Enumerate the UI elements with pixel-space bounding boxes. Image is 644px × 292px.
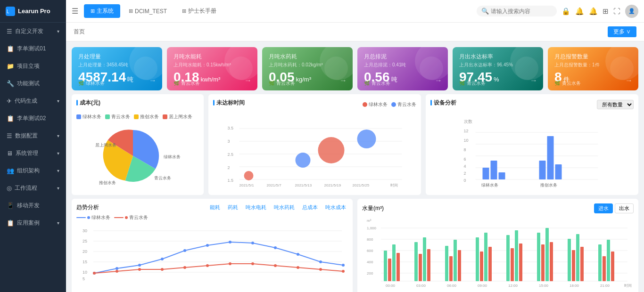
sidebar-item-custom-dev[interactable]: ☰自定义开发 ▾	[0, 23, 66, 40]
device-select[interactable]: 所有数量	[597, 100, 634, 109]
card-alarm-arrow-icon: →	[625, 76, 633, 85]
svg-text:12:00: 12:00	[508, 284, 518, 288]
lock-icon[interactable]: 🔒	[561, 7, 570, 16]
tab-nurse-icon: ⊞	[182, 8, 186, 14]
sidebar-item-func-test[interactable]: 🔧功能测试	[0, 75, 66, 92]
sidebar-item-mobile[interactable]: 📱移动开发	[0, 197, 66, 214]
filter-ton-energy[interactable]: 吨水电耗	[244, 203, 268, 211]
charts-row-1: 成本(元) 绿林水务 青云水务 推创水务 居上闸水务	[66, 94, 644, 199]
svg-rect-44	[555, 164, 562, 179]
svg-text:25: 25	[83, 239, 87, 243]
tab-nurse[interactable]: ⊞ 护士长手册	[175, 4, 223, 18]
sidebar-item-org[interactable]: 👥组织架构 ▾	[0, 162, 66, 179]
cost-panel-title: 成本(元)	[76, 99, 100, 107]
svg-point-61	[161, 258, 164, 260]
svg-point-25	[357, 130, 376, 148]
card-chemical-title: 月吨水药耗	[269, 53, 346, 61]
bell-icon[interactable]: 🔔	[575, 7, 584, 16]
trend-legend-qing: 青云水务	[114, 214, 148, 221]
card-rate-title: 月出水达标率	[459, 53, 537, 61]
tab-main-system[interactable]: ⊞ 主系统	[84, 4, 120, 18]
time-legend: 绿林水务 青云水务	[363, 101, 416, 108]
water-out-button[interactable]: 出水	[615, 203, 634, 213]
search-input[interactable]	[491, 8, 552, 15]
svg-rect-125	[611, 251, 614, 281]
card-processing-unit: 吨	[127, 76, 133, 83]
svg-point-69	[342, 264, 345, 267]
tab-main-icon: ⊞	[91, 8, 95, 14]
svg-rect-115	[541, 244, 545, 281]
tab-dcim[interactable]: ⊞ DCIM_TEST	[122, 5, 173, 17]
card-sludge-subtitle: 上月总排泥：0.41吨	[364, 62, 441, 68]
card-energy-footer: 🌿青云水务	[173, 80, 200, 87]
trend-legend: 绿林水务 青云水务	[76, 214, 348, 221]
trend-panel-header: 趋势分析 能耗 药耗 吨水电耗 吨水药耗 总成本 吨水成本	[76, 203, 348, 211]
sidebar-item-sys-manage[interactable]: 🖥系统管理 ▾	[0, 145, 66, 162]
water-in-button[interactable]: 进水	[594, 203, 613, 213]
sidebar-item-project[interactable]: 📁项目立项	[0, 57, 66, 75]
svg-point-68	[319, 260, 322, 263]
water-panel-title: 水量(m³)	[362, 204, 384, 212]
card-alarm-footer: 🌿黄云水务	[554, 80, 581, 87]
avatar[interactable]: 👤	[625, 5, 638, 18]
time-chart-svg: 1.5 2 2.5 3 3.5 2021/5/1 2021/5/7 2021/5…	[213, 114, 416, 189]
svg-text:5: 5	[83, 276, 85, 281]
svg-point-65	[251, 242, 254, 244]
filter-energy[interactable]: 能耗	[208, 203, 222, 211]
filter-total-cost[interactable]: 总成本	[300, 203, 320, 211]
filter-ton-cost[interactable]: 吨水成本	[323, 203, 348, 211]
card-energy-arrow-icon: →	[244, 76, 252, 85]
filter-chemical[interactable]: 药耗	[226, 203, 240, 211]
bell2-icon[interactable]: 🔔	[589, 7, 598, 16]
hamburger-icon[interactable]: ☰	[72, 7, 78, 16]
svg-point-80	[319, 268, 322, 271]
breadcrumb-text: 首页	[74, 28, 85, 36]
svg-text:15: 15	[83, 260, 87, 264]
svg-text:6: 6	[464, 157, 466, 162]
more-button[interactable]: 更多 ∨	[608, 26, 636, 37]
svg-point-64	[229, 241, 231, 243]
cost-legend: 绿林水务 青云水务 推创水务 居上闸水务	[76, 114, 199, 120]
sidebar-item-data-config[interactable]: ☰数据配置 ▾	[0, 127, 66, 145]
sidebar-item-app-cases[interactable]: 📋应用案例 ▾	[0, 214, 66, 232]
filter-ton-chemical[interactable]: 吨水药耗	[272, 203, 297, 211]
nav-icons: 🔒 🔔 🔔 ⊞ ⛶	[561, 7, 620, 16]
svg-point-73	[161, 268, 164, 271]
svg-rect-109	[488, 247, 492, 281]
svg-rect-41	[499, 172, 505, 179]
card-arrow-icon: →	[149, 76, 157, 85]
sidebar-item-test01[interactable]: 📋李单测试01	[0, 40, 66, 57]
svg-text:400: 400	[367, 260, 373, 264]
svg-rect-119	[572, 250, 575, 281]
tool-icon: 🔧	[7, 80, 14, 87]
svg-point-60	[138, 264, 141, 267]
water-chart-svg: m³ 1,000 800 600 400 200	[362, 216, 634, 289]
svg-point-81	[342, 270, 345, 273]
svg-rect-104	[454, 240, 457, 281]
sidebar-item-test02[interactable]: 📋李单测试02	[0, 110, 66, 127]
sidebar-item-codegen[interactable]: ✈代码生成 ▾	[0, 92, 66, 110]
card-processing-subtitle: 上月处理量：3458.45吨	[78, 62, 156, 68]
trend-chart-panel: 趋势分析 能耗 药耗 吨水电耗 吨水药耗 总成本 吨水成本	[72, 199, 353, 292]
stat-card-energy: 月吨水能耗 上月吨水能耗：0.15kwh/m³ 0.18kwh/m³ 🌿青云水务…	[167, 47, 257, 90]
card-rate-footer: 🌿青云水务	[459, 80, 486, 87]
svg-text:20: 20	[83, 249, 87, 254]
sidebar-item-workflow[interactable]: ◎工作流程 ▾	[0, 179, 66, 197]
expand-icon[interactable]: ⛶	[613, 7, 620, 15]
search-box[interactable]: 🔍	[477, 6, 557, 16]
plane-icon: ✈	[7, 97, 12, 105]
svg-point-62	[183, 249, 186, 252]
time-panel-header: 未达标时间 绿林水务 青云水务	[213, 99, 416, 111]
card-chemical-arrow-icon: →	[339, 76, 347, 85]
svg-text:600: 600	[367, 249, 373, 253]
svg-text:12: 12	[464, 129, 469, 133]
svg-point-74	[183, 266, 186, 269]
svg-text:2021/5/7: 2021/5/7	[267, 183, 282, 187]
svg-text:03:00: 03:00	[416, 284, 426, 288]
tab-dcim-icon: ⊞	[129, 8, 133, 14]
grid-icon[interactable]: ⊞	[603, 7, 609, 16]
svg-point-75	[206, 264, 209, 267]
svg-text:15:00: 15:00	[539, 284, 549, 288]
svg-point-72	[138, 268, 141, 271]
svg-rect-95	[388, 259, 391, 281]
